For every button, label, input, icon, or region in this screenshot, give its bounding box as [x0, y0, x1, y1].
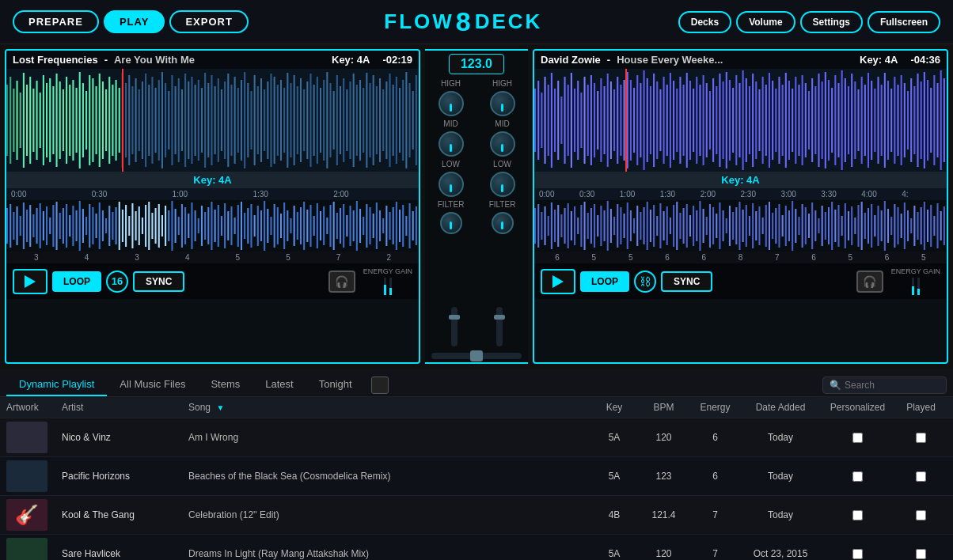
- table-row[interactable]: Nico & Vinz Am I Wrong 5A 120 6 Today: [0, 418, 953, 457]
- settings-button[interactable]: Settings: [800, 11, 863, 33]
- svg-rect-103: [343, 78, 344, 162]
- svg-rect-43: [145, 74, 146, 167]
- crossfader[interactable]: [431, 353, 522, 359]
- artwork-thumbnail: [6, 460, 47, 492]
- svg-rect-395: [587, 213, 589, 239]
- svg-rect-316: [742, 70, 744, 170]
- personalized-cell[interactable]: [820, 433, 895, 443]
- tab-stems[interactable]: Stems: [198, 373, 252, 396]
- decks-button[interactable]: Decks: [678, 11, 731, 33]
- col-header-energy[interactable]: Energy: [689, 402, 741, 413]
- knob-right-low[interactable]: [490, 172, 515, 197]
- deck-right-waveform-main[interactable]: [534, 69, 947, 172]
- col-header-played[interactable]: Played: [895, 402, 947, 413]
- played-checkbox[interactable]: [916, 549, 926, 559]
- svg-rect-220: [313, 216, 315, 236]
- play-button[interactable]: PLAY: [104, 10, 165, 33]
- svg-rect-388: [564, 208, 566, 244]
- played-checkbox[interactable]: [916, 471, 926, 482]
- play-icon-right: [552, 275, 564, 288]
- svg-rect-29: [99, 74, 101, 167]
- svg-rect-264: [571, 73, 572, 168]
- deck-right-sync-button[interactable]: SYNC: [661, 271, 712, 292]
- personalized-checkbox[interactable]: [852, 471, 863, 482]
- tab-latest[interactable]: Latest: [252, 373, 306, 396]
- table-row[interactable]: Sare Havlicek Dreams In Light (Ray Mang …: [0, 535, 953, 560]
- svg-rect-479: [864, 213, 866, 239]
- svg-rect-446: [755, 211, 757, 240]
- deck-right-waveform-mini[interactable]: [534, 200, 947, 252]
- knob-left-high[interactable]: [439, 91, 464, 116]
- col-header-personalized[interactable]: Personalized: [820, 402, 895, 413]
- personalized-cell[interactable]: [820, 510, 895, 520]
- col-header-artist[interactable]: Artist: [62, 402, 188, 413]
- personalized-checkbox[interactable]: [852, 433, 863, 443]
- tab-tonight[interactable]: Tonight: [306, 373, 365, 396]
- fader-left[interactable]: [451, 307, 458, 346]
- deck-left-waveform-main[interactable]: // We'll draw this in the init script be…: [6, 69, 419, 172]
- knob-left-mid[interactable]: [439, 131, 464, 157]
- played-cell[interactable]: [895, 433, 947, 443]
- svg-rect-209: [277, 207, 279, 244]
- svg-rect-485: [884, 201, 886, 251]
- knob-right-high[interactable]: [490, 91, 515, 116]
- search-input[interactable]: [845, 380, 940, 391]
- deck-right-play-button[interactable]: [541, 269, 575, 294]
- energy-cell: 6: [689, 432, 741, 443]
- table-row[interactable]: 🎸 Kool & The Gang Celebration (12'' Edit…: [0, 496, 953, 535]
- volume-button[interactable]: Volume: [736, 11, 795, 33]
- played-cell[interactable]: [895, 549, 947, 559]
- table-row[interactable]: Pacific Horizons Beaches of the Black Se…: [0, 457, 953, 496]
- svg-rect-35: [119, 88, 120, 153]
- svg-rect-325: [772, 81, 773, 160]
- played-cell[interactable]: [895, 510, 947, 520]
- fullscreen-button[interactable]: Fullscreen: [868, 11, 940, 33]
- svg-rect-263: [568, 85, 569, 156]
- bpm-cell: 123: [638, 471, 689, 482]
- deck-right-artist: David Zowie: [541, 54, 601, 66]
- svg-rect-156: [102, 210, 104, 241]
- deck-right-loop-button[interactable]: LOOP: [580, 271, 629, 292]
- tab-dynamic-playlist[interactable]: Dynamic Playlist: [6, 373, 107, 396]
- col-header-song[interactable]: Song ▼: [188, 402, 590, 413]
- personalized-cell[interactable]: [820, 471, 895, 482]
- svg-rect-313: [732, 88, 734, 153]
- deck-left-headphones-button[interactable]: 🎧: [328, 271, 355, 293]
- knob-right-filter[interactable]: [492, 212, 514, 234]
- deck-left-sync-button[interactable]: SYNC: [133, 271, 184, 292]
- deck-left-play-button[interactable]: [13, 269, 47, 294]
- deck-left-waveform-mini[interactable]: [6, 200, 419, 252]
- tab-all-music-files[interactable]: All Music Files: [107, 373, 198, 396]
- played-cell[interactable]: [895, 471, 947, 482]
- loop-chain-icon[interactable]: ⛓: [634, 271, 656, 293]
- played-checkbox[interactable]: [916, 510, 926, 520]
- deck-left-loop-num[interactable]: 16: [106, 271, 128, 293]
- svg-rect-365: [904, 83, 906, 157]
- prepare-button[interactable]: PREPARE: [13, 10, 99, 33]
- knob-right-mid[interactable]: [490, 131, 515, 157]
- personalized-checkbox[interactable]: [852, 549, 863, 559]
- deck-right-headphones-button[interactable]: 🎧: [856, 271, 883, 293]
- personalized-checkbox[interactable]: [852, 510, 863, 520]
- played-checkbox[interactable]: [916, 433, 926, 443]
- svg-rect-335: [805, 83, 807, 157]
- knob-left-filter[interactable]: [440, 212, 462, 234]
- col-header-bpm[interactable]: BPM: [638, 402, 689, 413]
- fader-right[interactable]: [496, 307, 503, 346]
- svg-rect-458: [795, 209, 796, 243]
- svg-rect-431: [706, 217, 708, 235]
- col-header-key[interactable]: Key: [590, 402, 638, 413]
- col-header-date-added[interactable]: Date Added: [741, 402, 820, 413]
- svg-rect-428: [696, 210, 697, 241]
- svg-rect-62: [207, 83, 209, 157]
- export-button[interactable]: EXPORT: [169, 10, 248, 33]
- deck-left-loop-button[interactable]: LOOP: [52, 271, 101, 292]
- svg-rect-72: [241, 80, 242, 161]
- svg-rect-367: [910, 78, 912, 162]
- deck-right-header: David Zowie - House Every Weeke... Key: …: [534, 51, 947, 69]
- svg-rect-259: [554, 89, 556, 152]
- knob-left-low[interactable]: [439, 172, 464, 197]
- svg-rect-48: [161, 72, 163, 168]
- tab-extra-button[interactable]: [371, 376, 389, 394]
- personalized-cell[interactable]: [820, 549, 895, 559]
